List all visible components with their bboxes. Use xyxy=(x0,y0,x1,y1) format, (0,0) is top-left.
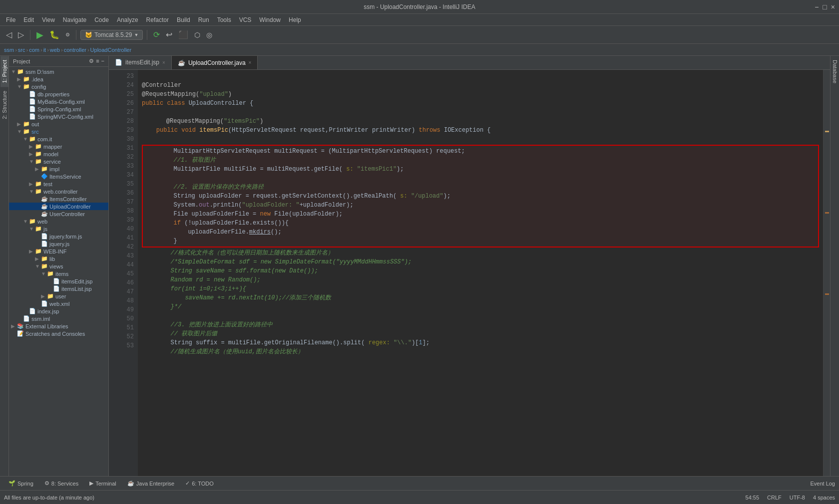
toolbar-debug[interactable]: 🐛 xyxy=(47,29,61,40)
tree-label: MyBatis-Config.xml xyxy=(37,99,85,105)
tree-label: Spring-Config.xml xyxy=(37,106,81,112)
tree-item-scratches[interactable]: 📝 Scratches and Consoles xyxy=(9,330,108,337)
tree-item-test[interactable]: ▶ 📁 test xyxy=(9,180,108,188)
tree-item-webinf[interactable]: ▶ 📁 WEB-INF xyxy=(9,248,108,255)
breadcrumb-com[interactable]: com xyxy=(29,47,39,53)
event-log-btn[interactable]: Event Log xyxy=(810,481,835,487)
tree-item-src[interactable]: ▼ 📁 src xyxy=(9,128,108,135)
menu-view[interactable]: View xyxy=(38,15,59,24)
code-line-36: String uploadFolder = request.getServlet… xyxy=(145,192,816,201)
tree-item-user[interactable]: ▶ 📁 user xyxy=(9,292,108,300)
toolbar-run[interactable]: ▶ xyxy=(34,28,45,41)
tree-item-uploadcontroller[interactable]: ☕ UploadController xyxy=(9,203,108,210)
toolbar-btn1[interactable]: ⬡ xyxy=(192,30,202,40)
menu-edit[interactable]: Edit xyxy=(19,15,38,24)
tree-item-js[interactable]: ▼ 📁 js xyxy=(9,225,108,233)
tab-uploadcontroller[interactable]: ☕ UploadController.java × xyxy=(172,56,258,69)
tree-item-external[interactable]: ▶ 📚 External Libraries xyxy=(9,322,108,330)
sidebar-collapse-icon[interactable]: ≡ xyxy=(96,58,99,64)
tree-arrow: ▼ xyxy=(29,159,35,164)
toolbar-back[interactable]: ◁ xyxy=(4,29,14,40)
editor[interactable]: 23 24 25 26 27 28 29 30 31 32 33 34 35 3… xyxy=(109,70,830,476)
window-controls[interactable]: − □ × xyxy=(815,3,835,11)
folder-icon: 📁 xyxy=(35,151,42,157)
toolbar-sync[interactable]: ⟳ xyxy=(151,29,162,40)
minimize-button[interactable]: − xyxy=(815,3,819,11)
maximize-button[interactable]: □ xyxy=(823,3,827,11)
tree-item-itemslist[interactable]: 📄 itemsList.jsp xyxy=(9,285,108,292)
toolbar-btn2[interactable]: ◎ xyxy=(204,30,214,40)
tree-item-ssmiml[interactable]: 📄 ssm.iml xyxy=(9,315,108,322)
menu-vcs[interactable]: VCS xyxy=(235,15,256,24)
breadcrumb-src[interactable]: src xyxy=(18,47,25,53)
tree-item-ssm[interactable]: ▼ 📁 ssm D:\ssm xyxy=(9,68,108,75)
tree-item-out[interactable]: ▶ 📁 out xyxy=(9,120,108,128)
tree-item-jquery[interactable]: 📄 jquery.js xyxy=(9,240,108,248)
tree-item-impl[interactable]: ▶ 📁 impl xyxy=(9,165,108,173)
menu-analyze[interactable]: Analyze xyxy=(113,15,142,24)
menu-refactor[interactable]: Refactor xyxy=(142,15,173,24)
tree-item-jqueryform[interactable]: 📄 jquery.form.js xyxy=(9,233,108,240)
breadcrumb-controller[interactable]: controller xyxy=(64,47,86,53)
panel-tab-database[interactable]: Database xyxy=(831,56,839,87)
tree-item-usercontroller[interactable]: ☕ UserController xyxy=(9,210,108,218)
tree-item-mapper[interactable]: ▶ 📁 mapper xyxy=(9,143,108,150)
tree-item-springmvc[interactable]: 📄 SpringMVC-Config.xml xyxy=(9,113,108,120)
tree-item-db[interactable]: 📄 db.properties xyxy=(9,90,108,98)
tree-item-web[interactable]: ▼ 📁 web xyxy=(9,218,108,225)
menu-navigate[interactable]: Navigate xyxy=(59,15,90,24)
tree-item-config[interactable]: ▼ 📁 config xyxy=(9,83,108,90)
breadcrumb-it[interactable]: it xyxy=(43,47,46,53)
toolbar-forward[interactable]: ▷ xyxy=(16,29,26,40)
tomcat-selector[interactable]: 🐱 Tomcat 8.5.29 ▼ xyxy=(80,30,143,40)
breadcrumb-ssm[interactable]: ssm xyxy=(4,47,14,53)
breadcrumb-uploadcontroller[interactable]: UploadController xyxy=(90,47,132,53)
bottom-tab-terminal[interactable]: ▶ Terminal xyxy=(85,479,121,488)
menu-code[interactable]: Code xyxy=(90,15,113,24)
bottom-tab-todo[interactable]: ✓ 6: TODO xyxy=(181,479,218,488)
tree-item-model[interactable]: ▶ 📁 model xyxy=(9,150,108,158)
tree-item-indexjsp[interactable]: 📄 index.jsp xyxy=(9,307,108,315)
menu-build[interactable]: Build xyxy=(173,15,194,24)
tab-close-icon[interactable]: × xyxy=(249,60,252,65)
tree-item-webxml[interactable]: 📄 web.xml xyxy=(9,300,108,307)
sidebar-gear-icon[interactable]: ⚙ xyxy=(89,58,94,64)
tree-item-views[interactable]: ▼ 📁 views xyxy=(9,262,108,270)
toolbar-run-config[interactable]: ⚙ xyxy=(63,31,72,38)
tree-item-itemscontroller[interactable]: ☕ ItemsController xyxy=(9,195,108,203)
tree-item-lib[interactable]: ▶ 📁 lib xyxy=(9,255,108,262)
close-button[interactable]: × xyxy=(831,3,835,11)
panel-tab-project[interactable]: 1: Project xyxy=(0,56,8,87)
tree-item-webcontroller[interactable]: ▼ 📁 web.controller xyxy=(9,188,108,195)
toolbar-rerun[interactable]: ↩ xyxy=(164,29,174,40)
panel-tab-structure[interactable]: 2: Structure xyxy=(0,87,8,123)
tree-item-spring[interactable]: 📄 Spring-Config.xml xyxy=(9,105,108,113)
scroll-gutter[interactable] xyxy=(823,70,830,476)
toolbar-stop[interactable]: ⬛ xyxy=(176,29,190,40)
bottom-tab-javaee[interactable]: ☕ Java Enterprise xyxy=(123,479,179,488)
tree-item-items[interactable]: ▼ 📁 items xyxy=(9,270,108,277)
menu-run[interactable]: Run xyxy=(194,15,213,24)
breadcrumb-web[interactable]: web xyxy=(50,47,60,53)
menu-window[interactable]: Window xyxy=(255,15,285,24)
file-icon: 📄 xyxy=(23,315,30,322)
tab-close-icon[interactable]: × xyxy=(162,60,165,65)
tree-item-itemsedit[interactable]: 📄 itemsEdit.jsp xyxy=(9,277,108,285)
bottom-tab-services[interactable]: ⚙ 8: Services xyxy=(40,479,83,488)
separator xyxy=(30,30,30,40)
tree-item-service[interactable]: ▼ 📁 service xyxy=(9,158,108,165)
menu-help[interactable]: Help xyxy=(285,15,305,24)
tab-bar: 📄 itemsEdit.jsp × ☕ UploadController.jav… xyxy=(109,56,830,70)
tree-item-comit[interactable]: ▼ 📁 com.it xyxy=(9,135,108,143)
sidebar-pin-icon[interactable]: − xyxy=(101,58,104,64)
tree-item-mybatis[interactable]: 📄 MyBatis-Config.xml xyxy=(9,98,108,105)
tab-itemsedit[interactable]: 📄 itemsEdit.jsp × xyxy=(109,56,172,69)
tree-item-idea[interactable]: ▶ 📁 .idea xyxy=(9,75,108,83)
menu-file[interactable]: File xyxy=(2,15,19,24)
tree-arrow: ▼ xyxy=(23,219,29,224)
menu-tools[interactable]: Tools xyxy=(213,15,235,24)
tree-label: web.controller xyxy=(43,189,77,195)
code-editor[interactable]: @Controller @RequestMapping("upload") pu… xyxy=(138,70,823,476)
bottom-tab-spring[interactable]: 🌱 Spring xyxy=(4,479,38,488)
tree-item-itemsservice[interactable]: 🔷 ItemsService xyxy=(9,173,108,180)
